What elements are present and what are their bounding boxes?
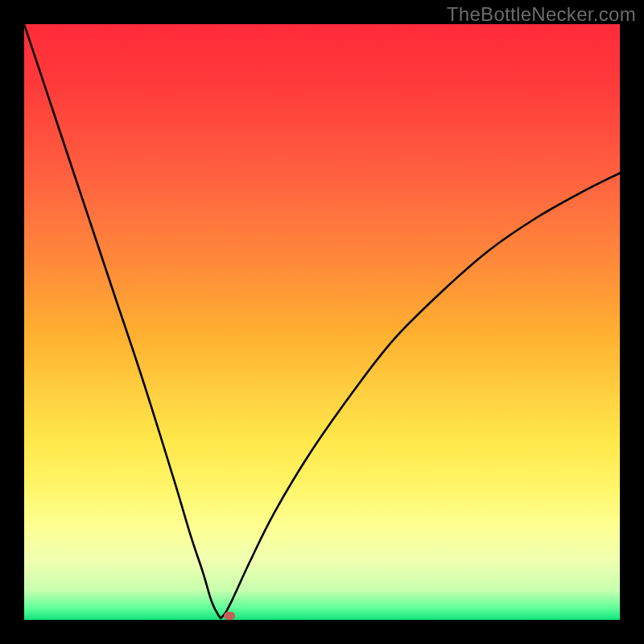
plot-area (24, 24, 620, 620)
notch-marker (224, 612, 235, 620)
chart-frame: TheBottleNecker.com (0, 0, 644, 644)
watermark-text: TheBottleNecker.com (447, 3, 636, 26)
